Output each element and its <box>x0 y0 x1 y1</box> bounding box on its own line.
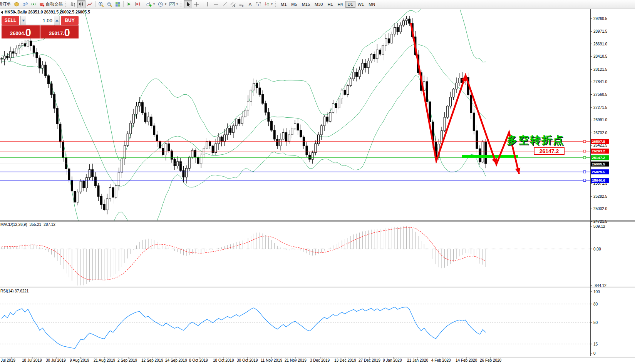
macd-tick-label: 509.12 <box>593 224 605 229</box>
fibonacci-tool-button[interactable]: F <box>237 0 246 8</box>
periods-button[interactable]: ▾ <box>156 0 168 8</box>
crosshair-tool-button[interactable] <box>192 0 201 8</box>
toolbar-grip <box>181 2 183 7</box>
chart-shift-button[interactable] <box>133 0 142 8</box>
price-tag-label: 25640.6 <box>592 178 605 182</box>
date-label: Jul 2019 <box>1 358 15 362</box>
svg-text:E: E <box>234 5 235 7</box>
zoom-out-icon <box>107 2 112 7</box>
rsi-tick-label: 80 <box>593 302 598 306</box>
line-handle[interactable] <box>583 179 586 182</box>
new-order-button[interactable]: 新订单 <box>0 0 12 8</box>
trendline-tool-button[interactable] <box>220 0 229 8</box>
price-tag-label: 26293.2 <box>592 149 605 153</box>
line-handle[interactable] <box>583 171 586 173</box>
tile-windows-button[interactable] <box>114 0 122 8</box>
date-label: 30 Oct 2019 <box>237 358 258 362</box>
publisher-button[interactable] <box>21 0 29 8</box>
rsi-tick-label: 50 <box>593 321 598 325</box>
buy-price-big-digit: 0 <box>64 28 70 38</box>
annotation-text[interactable]: 多空转折点 <box>507 133 565 147</box>
support-zone-bar[interactable] <box>462 155 518 158</box>
cursor-tool-button[interactable] <box>184 0 192 8</box>
label-tool-button[interactable]: T <box>254 0 263 8</box>
line-handle[interactable] <box>583 150 586 152</box>
one-click-trading-panel: SELL 1.00 BUY 26004.0 26017.0 <box>2 16 79 38</box>
text-tool-button[interactable]: A <box>246 0 254 8</box>
add-indicator-button[interactable]: ▾ <box>144 0 156 8</box>
timeframe-m15-button[interactable]: M15 <box>300 1 312 8</box>
toolbar-separator <box>202 1 202 7</box>
channel-tool-button[interactable]: E <box>229 0 237 8</box>
auto-scroll-button[interactable] <box>125 0 133 8</box>
rsi-tick-label: 100 <box>593 290 600 294</box>
horizontal-line-tool-button[interactable] <box>212 0 220 8</box>
date-label: 8 Oct 2019 <box>189 358 208 362</box>
volume-input[interactable]: 1.00 <box>26 16 54 25</box>
signal-button[interactable] <box>29 0 38 8</box>
trade-history-button[interactable] <box>12 0 21 8</box>
shapes-tool-button[interactable]: ▾ <box>263 0 274 8</box>
signal-icon <box>31 2 36 7</box>
timeframe-d1-button[interactable]: D1 <box>345 1 355 8</box>
toolbar-separator <box>95 1 96 7</box>
down-arrow-icon <box>22 20 25 22</box>
date-label: 21 Nov 2019 <box>285 358 307 362</box>
autotrade-icon <box>39 2 45 7</box>
date-label: 2 Sep 2019 <box>117 358 137 362</box>
volume-increase-button[interactable] <box>54 16 60 25</box>
buy-price-main: 26017. <box>49 30 64 36</box>
line-handle[interactable] <box>583 157 586 159</box>
dropdown-caret: ▾ <box>165 2 166 6</box>
up-arrow-icon <box>55 20 59 22</box>
timeframe-w1-button[interactable]: W1 <box>355 1 367 8</box>
sell-price[interactable]: 26004.0 <box>2 25 40 38</box>
timeframe-h1-button[interactable]: H1 <box>325 1 335 8</box>
timeframe-m5-button[interactable]: M5 <box>289 1 299 8</box>
dropdown-caret: ▾ <box>153 2 155 6</box>
line-handle[interactable] <box>583 140 586 143</box>
price-tick-label: 28691.0 <box>593 42 608 46</box>
price-tick-label: 27271.5 <box>593 105 608 110</box>
price-tick-label: 28121.5 <box>593 67 608 72</box>
publisher-icon <box>22 2 28 7</box>
buy-button[interactable]: BUY <box>61 16 79 25</box>
sell-button[interactable]: SELL <box>2 16 19 25</box>
horizontal-line-icon <box>213 2 219 7</box>
macd-tick-label: 0.00 <box>593 247 601 251</box>
line-chart-button[interactable] <box>85 0 94 8</box>
price-tick-label: 27560.5 <box>593 92 608 97</box>
template-icon <box>169 2 175 7</box>
buy-price[interactable]: 26017.0 <box>40 25 79 38</box>
price-chart[interactable]: 29260.528971.528691.028410.528121.527841… <box>0 0 635 364</box>
timeframe-m1-button[interactable]: M1 <box>278 1 289 8</box>
price-tick-label: 24721.5 <box>593 219 608 224</box>
bar-chart-button[interactable] <box>69 0 77 8</box>
date-label: 18 Jul 2019 <box>22 358 42 362</box>
date-label: 18 Oct 2019 <box>213 358 234 362</box>
price-tag-label: 26147.2 <box>592 155 605 160</box>
timeframe-m30-button[interactable]: M30 <box>312 1 325 8</box>
autotrade-button[interactable]: 自动交易 <box>38 0 64 8</box>
zoom-out-button[interactable] <box>105 0 114 8</box>
svg-text:T: T <box>258 3 260 6</box>
timeframe-h4-button[interactable]: H4 <box>335 1 345 8</box>
zoom-in-button[interactable] <box>97 0 105 8</box>
objects-arrow-icon[interactable] <box>1 11 3 14</box>
candlestick-chart-icon <box>79 2 84 7</box>
tile-windows-icon <box>115 2 121 7</box>
annotation-price-box[interactable]: 26147.2 <box>534 147 565 155</box>
date-label: 9 Aug 2019 <box>70 358 89 362</box>
date-label: 27 Dec 2019 <box>359 358 380 362</box>
main-toolbar: 新订单 自动交易 ▾ ▾ ▾ E F A T ▾ M1M5M15M30H1H4D… <box>0 0 635 8</box>
volume-decrease-button[interactable] <box>20 16 26 25</box>
timeframe-mn-button[interactable]: MN <box>366 1 377 8</box>
date-label: 21 Jan 2020 <box>407 358 428 362</box>
trendline-icon <box>222 2 227 7</box>
templates-button[interactable]: ▾ <box>168 0 179 8</box>
vertical-line-tool-button[interactable] <box>203 0 212 8</box>
candlestick-chart-button[interactable] <box>77 0 85 8</box>
history-icon <box>14 2 19 7</box>
price-tag-label: 26005.5 <box>592 162 605 166</box>
clock-icon <box>158 2 163 7</box>
